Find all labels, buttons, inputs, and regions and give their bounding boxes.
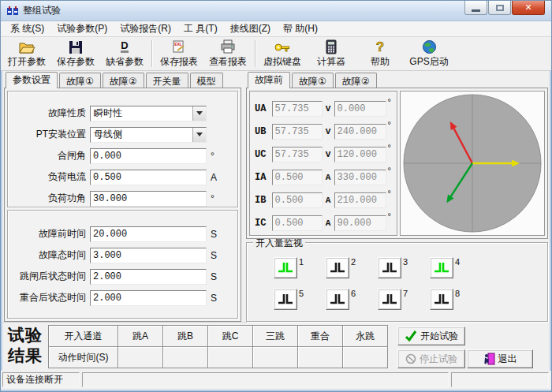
save-params-button[interactable]: 保存参数 [51,38,100,69]
svg-text:EXL: EXL [174,42,182,47]
switch-indicator: 4 [430,257,482,278]
channel-magnitude-field[interactable] [272,101,323,117]
menu-wiring-diagram[interactable]: 接线图(Z) [224,21,277,37]
gps-start-button[interactable]: GPS启动 [405,38,453,69]
results-row-label: 动作时间(S) [49,347,118,368]
post-trip-time-field[interactable] [90,269,207,285]
menu-help[interactable]: 帮 助(H) [277,21,324,37]
channel-angle-field[interactable] [334,215,386,231]
title-bar: 整组试验 ✕ [1,1,551,21]
toolbar-separator [255,40,255,67]
menu-system[interactable]: 系 统(S) [4,21,50,37]
view-report-button[interactable]: 查看报表 [203,38,252,69]
fault-state-time-label: 故障态时间 [8,248,90,262]
calculator-button[interactable]: 计算器 [307,38,356,69]
switch-indicator: 5 [274,289,326,310]
switch-input-button[interactable] [430,257,453,278]
post-reclose-time-field[interactable] [90,290,207,306]
fault-state-time-field[interactable] [90,248,207,263]
switch-input-button[interactable] [274,289,297,310]
switch-contact-icon [381,293,398,306]
chevron-down-icon[interactable] [192,106,206,121]
window-controls: ✕ [464,1,545,15]
start-test-button[interactable]: 开始试验 [397,327,465,345]
switch-input-button[interactable] [378,289,401,310]
switch-input-button[interactable] [274,257,297,278]
status-message-area [82,372,449,387]
app-window: 整组试验 ✕ 系 统(S) 试验参数(P) 试验报告(R) 工 具(T) 接线图… [0,0,552,392]
switch-input-button[interactable] [430,289,453,310]
closing-angle-field[interactable] [90,148,207,164]
results-table: 开入通道跳A跳B跳C三跳重合永跳动作时间(S) [48,325,388,368]
switch-input-number: 5 [299,289,304,298]
default-params-button[interactable]: D 缺省参数 [100,38,149,69]
tab-fault-2[interactable]: 故障② [103,73,144,88]
save-report-button[interactable]: EXL 保存报表 [155,38,203,69]
switch-input-number: 3 [403,257,408,267]
tab-switch-quantity[interactable]: 开关量 [146,73,188,88]
channel-row: UAV° [255,97,393,120]
degree-symbol: ° [386,120,393,129]
channel-name: UC [255,149,272,160]
channel-angle-field[interactable] [334,192,386,208]
results-header-cell: 开入通道 [49,326,118,347]
close-button[interactable]: ✕ [512,1,545,15]
menu-test-report[interactable]: 试验报告(R) [114,21,177,37]
results-header-cell: 永跳 [343,326,388,347]
tab-fault-1[interactable]: 故障① [59,73,101,88]
tab-state-fault-2[interactable]: 故障② [335,73,377,88]
maximize-button[interactable] [488,1,511,15]
results-value-cell [253,347,298,368]
channel-angle-field[interactable] [334,101,386,117]
channel-magnitude-field[interactable] [272,170,323,185]
switch-input-number: 2 [351,257,356,267]
results-header-cell: 跳A [118,326,163,347]
channel-magnitude-field[interactable] [272,215,323,231]
tab-prefault[interactable]: 故障前 [248,72,290,88]
chevron-down-icon[interactable] [192,128,206,142]
parameter-tabpage: 故障性质 瞬时性 PT安装位置 母线侧 合闸 [4,88,241,322]
channel-angle-field[interactable] [334,170,386,185]
channel-angle-field[interactable] [334,124,386,140]
switch-contact-icon [381,261,398,274]
channel-row: IBA° [255,189,393,211]
closing-angle-unit: ° [207,151,219,162]
channel-magnitude-field[interactable] [272,147,323,162]
pt-position-label: PT安装位置 [8,128,90,141]
pt-position-select[interactable]: 母线侧 [90,127,207,143]
fault-nature-select[interactable]: 瞬时性 [90,106,207,121]
exit-button[interactable]: 退出 [467,349,533,368]
channel-angle-field[interactable] [334,147,386,162]
prefault-time-field[interactable] [90,226,207,242]
main-content: 参数设置 故障① 故障② 开关量 模型 故障性质 瞬时性 PT安装 [1,71,551,322]
minimize-button[interactable] [464,1,487,15]
load-current-field[interactable] [90,170,207,185]
help-button[interactable]: ? 帮助 [356,38,405,69]
switch-input-button[interactable] [326,289,349,310]
tab-state-fault-1[interactable]: 故障① [292,73,334,88]
fault-state-time-unit: S [207,250,219,261]
channel-magnitude-field[interactable] [272,124,323,140]
switch-input-button[interactable] [326,257,349,278]
channel-name: IA [255,172,272,183]
toolbar: 打开参数 保存参数 D 缺省参数 EXL 保存报表 查看报表 [1,37,551,71]
results-value-cell [163,347,208,368]
stop-test-button[interactable]: 停止试验 [397,349,465,368]
switch-contact-icon [433,261,450,274]
degree-symbol: ° [386,166,393,175]
results-header-cell: 跳C [208,326,253,347]
switch-input-number: 7 [403,289,408,298]
channel-magnitude-field[interactable] [272,192,323,208]
switch-input-button[interactable] [378,257,401,278]
channel-unit: V [323,104,334,114]
menu-test-params[interactable]: 试验参数(P) [50,21,114,37]
load-power-angle-field[interactable] [90,191,207,207]
window-title: 整组试验 [23,4,61,17]
channel-unit: V [323,127,334,136]
help-icon: ? [374,39,386,54]
open-params-button[interactable]: 打开参数 [2,38,51,69]
virtual-keyboard-button[interactable]: 虚拟键盘 [258,38,307,69]
tab-model[interactable]: 模型 [190,73,223,88]
tab-param-settings[interactable]: 参数设置 [6,72,58,88]
menu-tools[interactable]: 工 具(T) [177,21,224,37]
